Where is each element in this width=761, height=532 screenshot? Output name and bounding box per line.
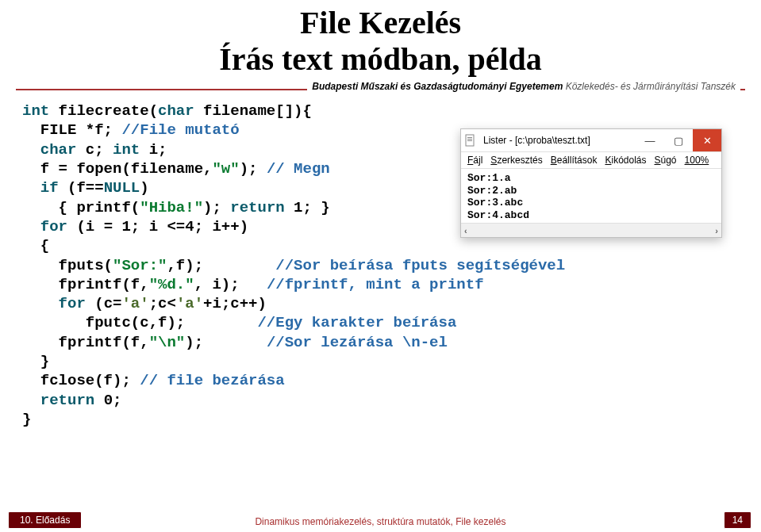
code-token: i;	[140, 141, 167, 159]
code-token: filecreate(	[49, 102, 158, 120]
code-token: filename[]){	[194, 102, 312, 120]
scroll-left-icon[interactable]: ‹	[464, 226, 467, 235]
menu-zoom[interactable]: 100%	[685, 155, 709, 166]
svg-rect-3	[467, 140, 472, 141]
divider-label: Budapesti Műszaki és Gazdaságtudományi E…	[307, 81, 740, 92]
code-token: 0;	[94, 392, 121, 409]
code-token: {	[22, 237, 49, 255]
code-token: (c=	[86, 295, 122, 312]
code-token: );	[240, 160, 267, 178]
code-token	[240, 276, 267, 293]
menu-encode[interactable]: Kikódolás	[605, 155, 646, 166]
close-button[interactable]: ✕	[693, 129, 721, 151]
code-token: if	[40, 179, 59, 197]
code-token: }	[22, 353, 49, 370]
code-token: );	[185, 334, 203, 351]
code-token	[203, 257, 275, 274]
file-line: Sor:4.abcd	[467, 209, 715, 222]
code-token: FILE *f;	[22, 121, 121, 139]
code-token: f = fopen(filename,	[22, 160, 212, 178]
code-token: fputs(	[22, 257, 113, 274]
title-block: File Kezelés Írás text módban, példa	[0, 0, 761, 78]
code-token: char	[40, 141, 77, 159]
code-token: // Megn	[267, 160, 330, 178]
minimize-button[interactable]: —	[636, 129, 664, 151]
code-token: //Sor beírása fputs segítségével	[275, 257, 565, 274]
menu-file[interactable]: Fájl	[467, 155, 482, 166]
code-token: int	[22, 102, 49, 120]
code-token: 'a'	[176, 295, 203, 312]
file-line: Sor:3.abc	[467, 197, 715, 209]
code-token: for	[40, 218, 67, 235]
footer-caption: Dinamikus memóriakezelés, struktúra muta…	[0, 516, 761, 527]
code-token: int	[113, 141, 140, 159]
code-token: NULL	[104, 179, 140, 197]
menu-help[interactable]: Súgó	[655, 155, 677, 166]
code-token: //Egy karakter beírása	[257, 314, 456, 331]
code-token: "Sor:"	[113, 257, 167, 274]
title-line-2: Írás text módban, példa	[0, 41, 761, 78]
code-token	[203, 334, 267, 351]
divider: Budapesti Műszaki és Gazdaságtudományi E…	[0, 82, 761, 97]
code-token: ,f);	[167, 257, 203, 274]
department-name: Közlekedés- és Járműirányítási Tanszék	[566, 81, 736, 92]
code-token: c;	[76, 141, 113, 159]
code-token: { printf(	[22, 199, 140, 216]
code-token: 'a'	[121, 295, 148, 312]
code-token: return	[230, 199, 284, 216]
menu-edit[interactable]: Szerkesztés	[490, 155, 542, 166]
code-token	[22, 179, 40, 197]
code-token: fputc(c,f);	[22, 314, 185, 331]
lister-title: Lister - [c:\proba\teszt.txt]	[480, 129, 636, 151]
code-token	[22, 218, 40, 235]
code-token: //fprintf, mint a printf	[267, 276, 484, 293]
code-token: "w"	[212, 160, 239, 178]
code-token	[185, 314, 257, 331]
footer: 10. Előadás Dinamikus memóriakezelés, st…	[0, 508, 761, 532]
code-token	[22, 141, 40, 159]
code-token: // file bezárása	[140, 372, 284, 389]
code-token: , i);	[194, 276, 240, 293]
code-token: }	[22, 411, 31, 428]
code-token: );	[203, 199, 230, 216]
code-token: fclose(f);	[22, 372, 140, 389]
document-icon	[461, 129, 480, 151]
lister-titlebar[interactable]: Lister - [c:\proba\teszt.txt] — ▢ ✕	[461, 129, 721, 151]
maximize-button[interactable]: ▢	[664, 129, 693, 151]
code-token	[22, 392, 40, 409]
title-line-1: File Kezelés	[0, 5, 761, 41]
lister-window: Lister - [c:\proba\teszt.txt] — ▢ ✕ Fájl…	[460, 128, 722, 238]
code-token: (f==	[59, 179, 104, 197]
code-token: (i = 1; i <=4; i++)	[67, 218, 248, 235]
scroll-right-icon[interactable]: ›	[715, 226, 718, 235]
code-token: 1; }	[285, 199, 330, 216]
code-token: fprintf(f,	[22, 276, 149, 293]
code-token: "Hiba!"	[140, 199, 203, 216]
file-line: Sor:2.ab	[467, 185, 715, 197]
code-token: char	[158, 102, 194, 120]
code-token: //Sor lezárása \n-el	[267, 334, 448, 351]
code-token: for	[59, 295, 86, 312]
code-token: fprintf(f,	[22, 334, 149, 351]
code-token: ;c<	[149, 295, 176, 312]
svg-rect-1	[467, 137, 472, 138]
svg-rect-2	[467, 139, 472, 140]
university-name: Budapesti Műszaki és Gazdaságtudományi E…	[312, 81, 563, 92]
file-line: Sor:1.a	[467, 172, 715, 185]
code-token	[22, 295, 59, 312]
slide: File Kezelés Írás text módban, példa Bud…	[0, 0, 761, 532]
lister-scrollbar[interactable]: ‹ ›	[461, 223, 721, 237]
code-token: //File mutató	[121, 121, 239, 139]
lister-body: Sor:1.a Sor:2.ab Sor:3.abc Sor:4.abcd	[461, 169, 721, 223]
code-token: return	[40, 392, 94, 409]
code-token: "%d."	[149, 276, 194, 293]
code-token: "\n"	[149, 334, 186, 351]
page-number-badge: 14	[724, 511, 751, 529]
lister-menu: Fájl Szerkesztés Beállítások Kikódolás S…	[461, 151, 721, 169]
code-token: +i;c++)	[203, 295, 267, 312]
code-token: )	[140, 179, 148, 197]
menu-options[interactable]: Beállítások	[551, 155, 598, 166]
